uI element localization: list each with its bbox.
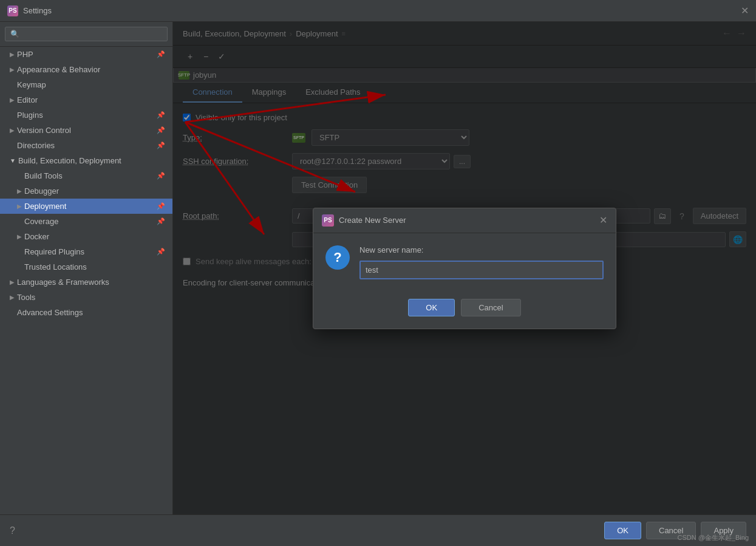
sidebar-item-keymap[interactable]: ▶ Keymap: [0, 77, 172, 92]
sidebar-item-debugger[interactable]: ▶ Debugger: [0, 183, 172, 199]
sidebar-item-label: Keymap: [17, 80, 46, 89]
sidebar-item-build-tools[interactable]: ▶ Build Tools 📌: [0, 168, 172, 183]
expand-arrow-icon: ▶: [10, 51, 15, 58]
sidebar-item-coverage[interactable]: ▶ Coverage 📌: [0, 214, 172, 229]
sidebar-item-deployment[interactable]: ▶ Deployment 📌: [0, 199, 172, 214]
dialog-buttons: OK Cancel: [313, 292, 616, 329]
sidebar-item-label: Build Tools: [24, 171, 63, 180]
dialog-close-button[interactable]: ✕: [599, 214, 607, 226]
footer: ? OK Cancel Apply: [0, 514, 756, 546]
pin-icon: 📌: [157, 111, 165, 119]
sidebar-item-tools[interactable]: ▶ Tools: [0, 290, 172, 305]
sidebar-item-editor[interactable]: ▶ Editor: [0, 92, 172, 107]
title-bar: PS Settings ✕: [0, 0, 756, 22]
watermark: CSDN @金生水起_Bing: [677, 533, 749, 542]
sidebar-item-trusted-locations[interactable]: ▶ Trusted Locations: [0, 259, 172, 275]
sidebar-item-label: Advanced Settings: [17, 308, 83, 317]
sidebar-item-label: Editor: [17, 95, 38, 104]
sidebar-item-php[interactable]: ▶ PHP 📌: [0, 47, 172, 62]
sidebar-item-plugins[interactable]: ▶ Plugins 📌: [0, 107, 172, 123]
pin-icon: 📌: [157, 248, 165, 256]
sidebar-item-label: Debugger: [24, 186, 59, 196]
sidebar: ▶ PHP 📌 ▶ Appearance & Behavior ▶ Keymap…: [0, 22, 173, 514]
sidebar-search-container: [0, 22, 172, 47]
search-input[interactable]: [5, 27, 168, 41]
sidebar-item-docker[interactable]: ▶ Docker: [0, 229, 172, 244]
expand-arrow-icon: ▼: [10, 157, 16, 164]
sidebar-item-label: Build, Execution, Deployment: [18, 156, 121, 165]
sidebar-item-label: Languages & Frameworks: [17, 278, 109, 287]
sidebar-item-directories[interactable]: ▶ Directories 📌: [0, 138, 172, 153]
sidebar-item-required-plugins[interactable]: ▶ Required Plugins 📌: [0, 244, 172, 259]
expand-arrow-icon: ▶: [17, 203, 22, 210]
window-title: Settings: [23, 6, 52, 15]
dialog-title-bar: PS Create New Server ✕: [313, 208, 616, 233]
dialog-ok-button[interactable]: OK: [408, 299, 455, 316]
content-area: Build, Execution, Deployment › Deploymen…: [173, 22, 756, 514]
pin-icon: 📌: [157, 217, 165, 225]
dialog-body: ? New server name:: [313, 233, 616, 292]
sidebar-item-label: Appearance & Behavior: [17, 65, 100, 74]
pin-icon: 📌: [157, 126, 165, 134]
sidebar-item-label: PHP: [17, 50, 33, 59]
sidebar-item-label: Plugins: [17, 111, 43, 120]
create-new-server-dialog: PS Create New Server ✕ ? New server name…: [313, 208, 616, 329]
sidebar-item-label: Coverage: [24, 217, 58, 226]
close-button[interactable]: ✕: [741, 5, 749, 16]
dialog-overlay: PS Create New Server ✕ ? New server name…: [173, 22, 756, 514]
expand-arrow-icon: ▶: [10, 279, 15, 285]
pin-icon: 📌: [157, 202, 165, 210]
dialog-form: New server name:: [359, 245, 604, 279]
ok-button[interactable]: OK: [604, 522, 641, 539]
dialog-title: Create New Server: [339, 216, 406, 225]
expand-arrow-icon: ▶: [17, 233, 22, 240]
sidebar-item-label: Version Control: [17, 126, 71, 135]
expand-arrow-icon: ▶: [10, 127, 15, 134]
sidebar-item-advanced-settings[interactable]: ▶ Advanced Settings: [0, 305, 172, 320]
expand-arrow-icon: ▶: [10, 66, 15, 73]
sidebar-item-label: Deployment: [24, 202, 66, 211]
pin-icon: 📌: [157, 172, 165, 180]
sidebar-item-label: Required Plugins: [24, 247, 84, 256]
main-layout: ▶ PHP 📌 ▶ Appearance & Behavior ▶ Keymap…: [0, 22, 756, 514]
sidebar-item-label: Directories: [17, 141, 55, 150]
expand-arrow-icon: ▶: [17, 188, 22, 194]
question-icon: ?: [325, 245, 350, 270]
dialog-cancel-button[interactable]: Cancel: [461, 299, 520, 316]
sidebar-item-version-control[interactable]: ▶ Version Control 📌: [0, 123, 172, 138]
expand-arrow-icon: ▶: [10, 294, 15, 301]
sidebar-item-label: Trusted Locations: [24, 262, 87, 271]
sidebar-item-label: Tools: [17, 293, 35, 302]
sidebar-item-languages[interactable]: ▶ Languages & Frameworks: [0, 275, 172, 290]
expand-arrow-icon: ▶: [10, 97, 15, 103]
pin-icon: 📌: [157, 50, 165, 58]
pin-icon: 📌: [157, 142, 165, 149]
dialog-app-icon: PS: [322, 214, 334, 227]
sidebar-item-appearance[interactable]: ▶ Appearance & Behavior: [0, 62, 172, 77]
dialog-label: New server name:: [359, 245, 604, 254]
sidebar-item-build-execution[interactable]: ▼ Build, Execution, Deployment: [0, 153, 172, 168]
new-server-name-input[interactable]: [359, 261, 604, 279]
sidebar-item-label: Docker: [24, 232, 49, 241]
help-footer-button[interactable]: ?: [10, 525, 15, 536]
app-icon: PS: [7, 5, 18, 16]
